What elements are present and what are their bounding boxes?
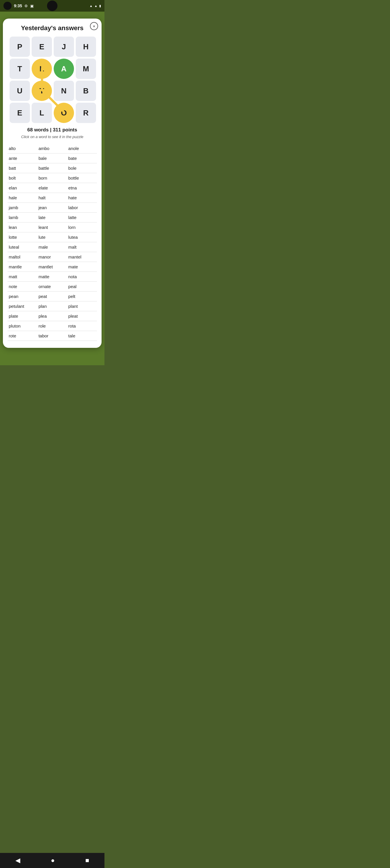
tile-J[interactable]: J (54, 36, 74, 57)
close-button[interactable]: × (90, 22, 98, 30)
list-item[interactable]: nota (67, 272, 97, 282)
list-item[interactable]: petulant (7, 302, 37, 311)
status-bar: 9:35 ⚙ ▣ ▲ ▲ ▮ (0, 0, 104, 11)
list-item[interactable]: bole (67, 163, 97, 173)
tile-E[interactable]: E (32, 36, 52, 57)
settings-icon: ⚙ (24, 4, 28, 8)
list-item[interactable]: lute (37, 232, 67, 242)
grid-row-1: T L A M (7, 59, 98, 79)
time-display: 9:35 (14, 3, 22, 8)
list-item[interactable]: bate (67, 153, 97, 163)
list-item[interactable]: matt (7, 272, 37, 282)
list-item[interactable]: pluton (7, 321, 37, 331)
list-item[interactable]: male (37, 242, 67, 252)
list-item[interactable]: note (7, 282, 37, 291)
tile-N[interactable]: N (54, 81, 74, 101)
list-item[interactable]: jean (37, 203, 67, 213)
list-item[interactable]: tabor (37, 331, 67, 341)
list-item[interactable]: mantlet (37, 262, 67, 272)
list-item[interactable]: lamb (7, 213, 37, 222)
tile-M[interactable]: M (76, 59, 96, 79)
list-item[interactable]: manor (37, 252, 67, 262)
list-item[interactable]: hate (67, 193, 97, 203)
list-item[interactable]: luteal (7, 242, 37, 252)
list-item[interactable]: elan (7, 183, 37, 193)
stats-display: 68 words | 311 points (7, 127, 97, 133)
answers-modal: × Yesterday's answers P E J H (3, 19, 101, 348)
list-item[interactable]: lutea (67, 232, 97, 242)
screenshot-icon: ▣ (30, 4, 34, 8)
list-item[interactable]: maltol (7, 252, 37, 262)
tile-E2[interactable]: E (9, 103, 30, 123)
list-item[interactable]: peat (37, 291, 67, 302)
word-list: altoamboanoleantebalebatebattbattleboleb… (7, 144, 97, 341)
list-item[interactable]: pelt (67, 291, 97, 302)
camera-cutout (3, 2, 11, 10)
wifi-icon: ▲ (89, 4, 93, 7)
list-item[interactable]: battle (37, 163, 67, 173)
list-item[interactable]: latte (67, 213, 97, 222)
list-item[interactable]: halt (37, 193, 67, 203)
list-item[interactable]: mantle (7, 262, 37, 272)
list-item[interactable]: jamb (7, 203, 37, 213)
list-item[interactable]: born (37, 173, 67, 183)
app-background: ? 272 × Yesterday's answers P E J H (0, 11, 104, 365)
tile-L-yellow[interactable]: L (32, 59, 52, 79)
tile-P[interactable]: P (9, 36, 30, 57)
list-item[interactable]: anole (67, 144, 97, 153)
list-item[interactable]: bottle (67, 173, 97, 183)
hint-text: Click on a word to see it in the puzzle (7, 134, 97, 139)
list-item[interactable]: lotte (7, 232, 37, 242)
tile-B[interactable]: B (76, 81, 96, 101)
tile-T-yellow[interactable]: T (32, 81, 52, 101)
grid-row-0: P E J H (7, 36, 98, 57)
list-item[interactable]: peal (67, 282, 97, 291)
list-item[interactable]: ornate (37, 282, 67, 291)
list-item[interactable]: plant (67, 302, 97, 311)
battery-icon: ▮ (99, 4, 101, 8)
status-icons: ▲ ▲ ▮ (89, 4, 101, 8)
modal-title: Yesterday's answers (7, 24, 97, 32)
list-item[interactable]: mantel (67, 252, 97, 262)
list-item[interactable]: rota (67, 321, 97, 331)
grid-row-2: U T N B (7, 81, 98, 101)
tile-A-green[interactable]: A (54, 59, 74, 79)
tile-U[interactable]: U (9, 81, 30, 101)
tile-O-yellow[interactable]: O (54, 103, 74, 123)
list-item[interactable]: rote (7, 331, 37, 341)
letter-grid: P E J H T L A M U T N B (7, 36, 98, 123)
tile-T1[interactable]: T (9, 59, 30, 79)
list-item[interactable]: role (37, 321, 67, 331)
tile-R[interactable]: R (76, 103, 96, 123)
list-item[interactable]: lorn (67, 222, 97, 232)
list-item[interactable]: alto (7, 144, 37, 153)
signal-icon: ▲ (94, 4, 97, 7)
list-item[interactable]: bolt (7, 173, 37, 183)
list-item[interactable]: tale (67, 331, 97, 341)
list-item[interactable]: pean (7, 291, 37, 302)
list-item[interactable]: leant (37, 222, 67, 232)
list-item[interactable]: mate (67, 262, 97, 272)
letter-grid-container: P E J H T L A M U T N B (7, 36, 98, 123)
list-item[interactable]: late (37, 213, 67, 222)
list-item[interactable]: labor (67, 203, 97, 213)
list-item[interactable]: hale (7, 193, 37, 203)
list-item[interactable]: batt (7, 163, 37, 173)
list-item[interactable]: lean (7, 222, 37, 232)
list-item[interactable]: pleat (67, 311, 97, 321)
grid-row-3: E L O R (7, 103, 98, 123)
list-item[interactable]: plan (37, 302, 67, 311)
list-item[interactable]: etna (67, 183, 97, 193)
list-item[interactable]: elate (37, 183, 67, 193)
list-item[interactable]: matte (37, 272, 67, 282)
top-cutout (47, 1, 57, 11)
list-item[interactable]: malt (67, 242, 97, 252)
list-item[interactable]: ante (7, 153, 37, 163)
list-item[interactable]: ambo (37, 144, 67, 153)
list-item[interactable]: plate (7, 311, 37, 321)
list-item[interactable]: plea (37, 311, 67, 321)
list-item[interactable]: bale (37, 153, 67, 163)
tile-L2[interactable]: L (32, 103, 52, 123)
tile-H[interactable]: H (76, 36, 96, 57)
